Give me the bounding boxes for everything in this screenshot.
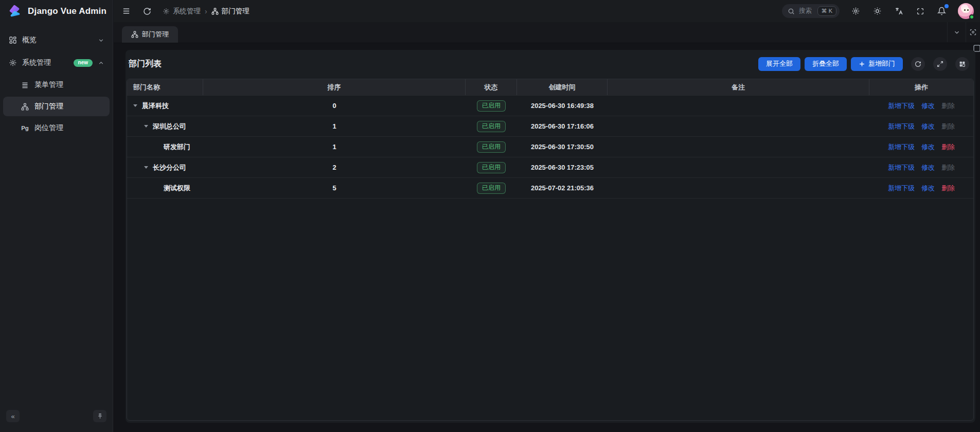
tab-dept-mgmt[interactable]: 部门管理 xyxy=(122,26,178,43)
breadcrumb-item-system[interactable]: 系统管理 xyxy=(163,7,201,16)
language-translate-icon[interactable] xyxy=(894,6,904,16)
table-row: 晨泽科技 0 已启用 2025-06-30 16:49:38 新增下级 修改 删… xyxy=(127,96,973,116)
table-refresh-icon[interactable] xyxy=(911,57,925,71)
sidebar-item-overview[interactable]: 概览 xyxy=(3,30,110,50)
add-child-link[interactable]: 新增下级 xyxy=(888,163,915,172)
tab-label: 部门管理 xyxy=(142,30,169,39)
expand-caret-icon[interactable] xyxy=(144,125,153,128)
col-status: 状态 xyxy=(466,79,517,95)
hamburger-menu-icon[interactable] xyxy=(121,6,132,16)
chevron-down-icon xyxy=(98,37,104,44)
delete-link[interactable]: 删除 xyxy=(941,184,955,193)
delete-link: 删除 xyxy=(941,122,955,131)
gear-icon xyxy=(163,8,170,15)
dept-name: 深圳总公司 xyxy=(153,122,186,131)
col-remark: 备注 xyxy=(608,79,869,95)
pin-icon[interactable] xyxy=(93,410,106,422)
app-logo[interactable]: Django Vue Admin xyxy=(0,0,113,23)
table-row: 测试权限 5 已启用 2025-07-02 21:05:36 新增下级 修改 删… xyxy=(127,178,973,199)
topbar: 系统管理 › 部门管理 搜索 ⌘ K xyxy=(114,0,980,22)
created-time: 2025-06-30 16:49:38 xyxy=(517,102,608,110)
expand-caret-icon[interactable] xyxy=(144,166,153,169)
edit-link[interactable]: 修改 xyxy=(921,163,935,172)
sidebar-item-menu-mgmt[interactable]: 菜单管理 xyxy=(3,75,110,95)
created-time: 2025-07-02 21:05:36 xyxy=(517,184,608,192)
created-time: 2025-06-30 17:16:06 xyxy=(517,122,608,130)
sidebar-item-label: 概览 xyxy=(22,35,93,45)
table-row: 深圳总公司 1 已启用 2025-06-30 17:16:06 新增下级 修改 … xyxy=(127,116,973,137)
sort-value: 2 xyxy=(203,164,466,171)
status-badge: 已启用 xyxy=(477,121,506,132)
edit-link[interactable]: 修改 xyxy=(921,122,935,131)
fullscreen-icon[interactable] xyxy=(915,6,925,16)
sort-value: 1 xyxy=(203,122,466,130)
expand-caret-icon[interactable] xyxy=(133,104,142,107)
sidebar-footer: « xyxy=(0,405,113,432)
sidebar-item-label: 系统管理 xyxy=(22,58,68,67)
search-shortcut-kbd: ⌘ K xyxy=(817,6,836,16)
add-dept-button[interactable]: 新增部门 xyxy=(851,57,903,71)
notification-dot xyxy=(945,4,949,8)
delete-link[interactable]: 删除 xyxy=(941,142,955,152)
sidebar-nav: 概览 系统管理 new 菜单管理 xyxy=(0,23,113,405)
content-maximize-icon[interactable] xyxy=(966,22,980,42)
created-time: 2025-06-30 17:30:50 xyxy=(517,143,608,151)
table-header-row: 部门名称 排序 状态 创建时间 备注 操作 xyxy=(127,79,973,96)
search-icon xyxy=(788,8,795,15)
menu-list-icon xyxy=(21,81,29,89)
dept-name: 测试权限 xyxy=(164,184,190,193)
status-badge: 已启用 xyxy=(477,162,506,173)
search-placeholder: 搜索 xyxy=(799,7,813,15)
edit-link[interactable]: 修改 xyxy=(921,142,935,152)
online-status-dot xyxy=(969,14,974,20)
dept-list-card: 部门列表 展开全部 折叠全部 新增部门 xyxy=(126,50,975,423)
table-row: 研发部门 1 已启用 2025-06-30 17:30:50 新增下级 修改 删… xyxy=(127,137,973,157)
avatar[interactable] xyxy=(958,3,974,19)
org-chart-icon xyxy=(211,8,219,15)
sort-value: 1 xyxy=(203,143,466,151)
sidebar-item-dept-mgmt[interactable]: 部门管理 xyxy=(3,97,110,116)
breadcrumb-label: 部门管理 xyxy=(222,7,250,16)
table-row: 长沙分公司 2 已启用 2025-06-30 17:23:05 新增下级 修改 … xyxy=(127,157,973,178)
page-title: 部门列表 xyxy=(129,59,162,69)
dashboard-icon xyxy=(8,36,17,44)
gear-icon xyxy=(8,59,17,67)
app-logo-icon xyxy=(7,4,23,19)
dept-table: 部门名称 排序 状态 创建时间 备注 操作 晨泽科技 0 已启用 2025-06… xyxy=(127,79,974,421)
chevron-right-icon: › xyxy=(205,7,207,15)
search-input[interactable]: 搜索 ⌘ K xyxy=(782,4,840,18)
theme-sun-icon[interactable] xyxy=(872,6,883,16)
tab-dropdown-chevron-icon[interactable] xyxy=(947,22,966,42)
sidebar-item-post-mgmt[interactable]: Pg 岗位管理 xyxy=(3,118,110,138)
add-child-link[interactable]: 新增下级 xyxy=(888,101,915,111)
sidebar-item-system[interactable]: 系统管理 new xyxy=(3,52,110,73)
tabbar: 部门管理 xyxy=(114,22,980,43)
add-child-link[interactable]: 新增下级 xyxy=(888,122,915,131)
settings-gear-icon[interactable] xyxy=(850,6,861,16)
org-chart-icon xyxy=(21,103,29,111)
sidebar-item-label: 菜单管理 xyxy=(34,80,104,89)
sidebar-item-label: 部门管理 xyxy=(34,102,104,111)
table-fullscreen-icon[interactable] xyxy=(933,57,947,71)
status-badge: 已启用 xyxy=(477,141,506,153)
sidebar-collapse-button[interactable]: « xyxy=(6,410,20,422)
edit-link[interactable]: 修改 xyxy=(921,101,935,111)
add-child-link[interactable]: 新增下级 xyxy=(888,184,915,193)
add-dept-label: 新增部门 xyxy=(868,59,895,68)
sidebar-item-label: 岗位管理 xyxy=(34,123,104,133)
dept-name: 研发部门 xyxy=(164,142,190,152)
col-ops: 操作 xyxy=(869,79,973,95)
edit-link[interactable]: 修改 xyxy=(921,184,935,193)
breadcrumb-item-dept[interactable]: 部门管理 xyxy=(211,7,250,16)
col-sort: 排序 xyxy=(203,79,466,95)
expand-all-button[interactable]: 展开全部 xyxy=(758,57,800,71)
app-title: Django Vue Admin xyxy=(28,6,106,16)
col-dept-name: 部门名称 xyxy=(127,79,203,95)
collapse-all-button[interactable]: 折叠全部 xyxy=(805,57,847,71)
add-child-link[interactable]: 新增下级 xyxy=(888,142,915,152)
column-settings-grid-icon[interactable] xyxy=(955,57,969,71)
refresh-icon[interactable] xyxy=(142,6,152,16)
created-time: 2025-06-30 17:23:05 xyxy=(517,164,608,171)
breadcrumb: 系统管理 › 部门管理 xyxy=(163,7,250,16)
sidebar: Django Vue Admin 概览 系统管理 new xyxy=(0,0,113,432)
